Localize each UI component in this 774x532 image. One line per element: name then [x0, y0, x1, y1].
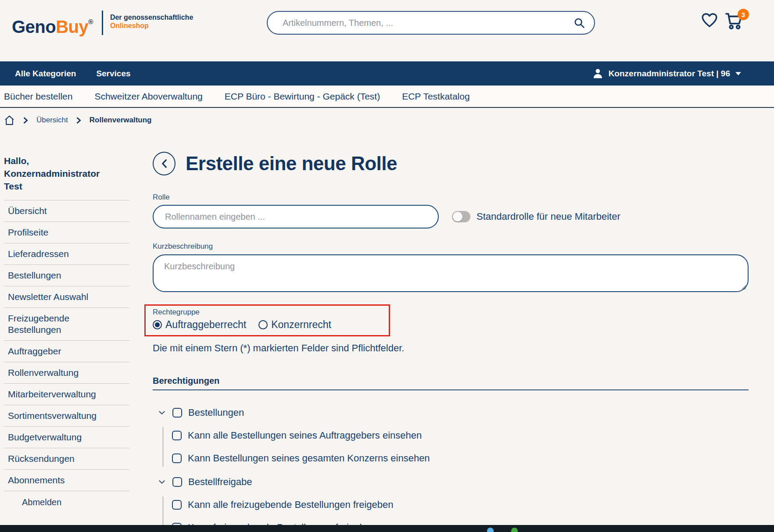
permissions-title: Berechtigungen: [153, 376, 749, 386]
catalog-subnav: Bücher bestellen Schweitzer Aboverwaltun…: [0, 86, 774, 108]
taskbar-app-icon[interactable]: [511, 528, 518, 532]
tree-node-bestellfreigabe: Bestellfreigabe: [153, 474, 749, 490]
subnav-item-ecp-buero[interactable]: ECP Büro - Bewirtung - Gepäck (Test): [225, 91, 380, 102]
logo-divider: [102, 11, 103, 35]
nav-item-services[interactable]: Services: [96, 69, 130, 79]
sidebar-greeting: Hallo, Konzernadministrator Test: [4, 154, 108, 193]
description-label: Kurzbeschreibung: [153, 242, 749, 251]
breadcrumb-separator-icon: [76, 117, 81, 124]
subnav-item-buecher-bestellen[interactable]: Bücher bestellen: [4, 91, 72, 102]
tree-node-label: Bestellungen: [188, 407, 244, 418]
default-role-toggle-label: Standardrolle für neue Mitarbeiter: [477, 211, 620, 222]
sidebar-item-lieferadressen[interactable]: Lieferadressen: [4, 243, 129, 265]
checkbox-alle-freizugebende-freigeben[interactable]: [172, 500, 182, 510]
sidebar-item-profilseite[interactable]: Profilseite: [4, 222, 129, 243]
radio-label-konzernrecht: Konzernrecht: [271, 319, 331, 331]
radio-label-auftraggeberrecht: Auftraggeberrecht: [165, 319, 246, 331]
tree-leaf-label: Kann alle freizugebende Bestellungen fre…: [188, 499, 393, 511]
cart-count-badge: 3: [738, 9, 749, 20]
search-button[interactable]: [571, 17, 594, 29]
heart-icon: [701, 12, 718, 28]
sidebar-item-mitarbeiterverwaltung[interactable]: Mitarbeiterverwaltung: [4, 384, 129, 405]
sidebar-item-abonnements[interactable]: Abonnements: [4, 470, 129, 491]
radio-option-konzernrecht[interactable]: Konzernrecht: [258, 319, 331, 331]
checkbox-bestellungen[interactable]: [172, 408, 182, 418]
tree-node-bestellungen: Bestellungen: [153, 404, 749, 421]
taskbar-app-icon[interactable]: [487, 528, 494, 532]
sidebar-item-ruecksendungen[interactable]: Rücksendungen: [4, 448, 129, 470]
subnav-item-schweitzer-aboverwaltung[interactable]: Schweitzer Aboverwaltung: [94, 91, 202, 102]
tree-leaf: Kann alle freizugebende Bestellungen fre…: [163, 496, 749, 513]
permissions-tree: Bestellungen Kann alle Bestellungen sein…: [153, 404, 749, 532]
wishlist-button[interactable]: [701, 12, 718, 28]
tree-node-label: Bestellfreigabe: [188, 476, 252, 488]
main-content: Erstelle eine neue Rolle Rolle Standardr…: [153, 134, 749, 532]
page-title: Erstelle eine neue Rolle: [186, 153, 397, 175]
cart-button[interactable]: 3: [725, 11, 744, 30]
breadcrumb-rollenverwaltung: Rollenverwaltung: [90, 116, 152, 125]
tree-leaf-label: Kann alle Bestellungen seines Auftraggeb…: [188, 430, 422, 441]
person-icon: [592, 68, 604, 79]
breadcrumb-separator-icon: [23, 117, 28, 124]
tree-children-group: Kann alle Bestellungen seines Auftraggeb…: [163, 427, 749, 467]
required-fields-note: Die mit einem Stern (*) markierten Felde…: [153, 343, 749, 354]
logo-wordmark: GenoBuy®: [12, 11, 93, 38]
description-textarea[interactable]: [153, 254, 749, 292]
sidebar-menu: Übersicht Profilseite Lieferadressen Bes…: [4, 200, 129, 491]
logo-tagline: Der genossenschaftliche Onlineshop: [110, 11, 193, 30]
user-menu-label: Konzernadministrator Test | 96: [609, 69, 730, 79]
back-button[interactable]: [153, 152, 176, 175]
radio-option-auftraggeberrecht[interactable]: Auftraggeberrecht: [153, 319, 246, 331]
sidebar-item-sortimentsverwaltung[interactable]: Sortimentsverwaltung: [4, 405, 129, 427]
user-menu[interactable]: Konzernadministrator Test | 96: [592, 68, 742, 79]
logo[interactable]: GenoBuy® Der genossenschaftliche Onlines…: [12, 11, 193, 38]
page: GenoBuy® Der genossenschaftliche Onlines…: [0, 0, 774, 532]
radio-auftraggeberrecht[interactable]: [153, 320, 162, 329]
expand-chevron-icon[interactable]: [158, 478, 166, 486]
checkbox-bestellfreigabe[interactable]: [172, 477, 182, 487]
radio-konzernrecht[interactable]: [258, 320, 268, 329]
permissions-divider: [153, 389, 749, 390]
taskbar: [0, 525, 774, 532]
rights-group-highlight-box: Rechtegruppe Auftraggeberrecht Konzernre…: [144, 304, 390, 336]
tree-leaf-label: Kann Bestellungen seines gesamten Konzer…: [188, 453, 430, 464]
logout-link[interactable]: Abmelden: [4, 491, 129, 507]
search-input[interactable]: [268, 12, 571, 34]
role-label: Rolle: [153, 193, 749, 202]
sidebar-item-freizugebende-bestellungen[interactable]: Freizugebende Bestellungen: [4, 308, 129, 341]
breadcrumb-uebersicht[interactable]: Übersicht: [36, 116, 68, 125]
rights-group-label: Rechtegruppe: [153, 308, 389, 317]
chevron-left-icon: [161, 159, 167, 168]
sidebar-item-uebersicht[interactable]: Übersicht: [4, 200, 129, 222]
checkbox-bestellungen-auftraggeber-einsehen[interactable]: [172, 431, 182, 440]
home-icon[interactable]: [4, 115, 15, 125]
tree-leaf: Kann Bestellungen seines gesamten Konzer…: [163, 450, 749, 467]
account-sidebar: Hallo, Konzernadministrator Test Übersic…: [4, 154, 129, 507]
sidebar-item-newsletter-auswahl[interactable]: Newsletter Auswahl: [4, 286, 129, 308]
sidebar-item-bestellungen[interactable]: Bestellungen: [4, 265, 129, 286]
role-name-input[interactable]: [153, 205, 439, 229]
header: GenoBuy® Der genossenschaftliche Onlines…: [0, 0, 774, 61]
sidebar-item-budgetverwaltung[interactable]: Budgetverwaltung: [4, 427, 129, 448]
chevron-down-icon: [735, 71, 742, 76]
expand-chevron-icon[interactable]: [158, 409, 166, 417]
breadcrumb: Übersicht Rollenverwaltung: [4, 109, 152, 132]
tree-leaf: Kann alle Bestellungen seines Auftraggeb…: [163, 427, 749, 444]
main-navbar: Alle Kategorien Services Konzernadminist…: [0, 61, 774, 86]
nav-item-alle-kategorien[interactable]: Alle Kategorien: [15, 69, 76, 79]
toggle-knob: [453, 212, 462, 221]
search-bar: [267, 11, 595, 35]
sidebar-item-auftraggeber[interactable]: Auftraggeber: [4, 341, 129, 362]
subnav-item-ecp-testkatalog[interactable]: ECP Testkatalog: [402, 91, 470, 102]
search-icon: [573, 17, 585, 29]
sidebar-item-rollenverwaltung[interactable]: Rollenverwaltung: [4, 362, 129, 384]
checkbox-bestellungen-konzern-einsehen[interactable]: [172, 453, 182, 463]
default-role-toggle[interactable]: [452, 211, 470, 222]
